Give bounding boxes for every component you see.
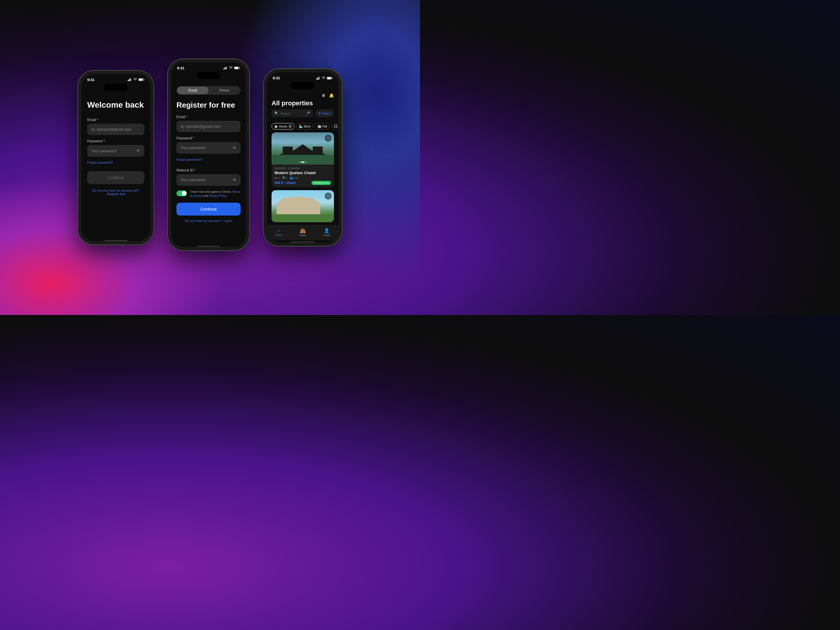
terms-row: I have read and agree to Versin, Terms o…: [177, 190, 241, 198]
register-link[interactable]: Register free: [107, 192, 126, 196]
status-bar-2: 9:41: [171, 62, 246, 72]
property-card-2[interactable]: ♡: [272, 190, 334, 222]
bath-icon: 🚿: [282, 177, 285, 179]
privacy-link[interactable]: Privacy Policy: [209, 194, 227, 197]
coming-soon-badge: Coming soon: [311, 181, 331, 185]
phone-register: 9:41: [168, 59, 249, 251]
nav-wallet[interactable]: 👜 Wallet: [291, 228, 315, 237]
tab-phone[interactable]: Phone: [208, 87, 240, 94]
category-store[interactable]: 🏪 Store: [296, 123, 313, 129]
svg-rect-5: [139, 79, 143, 81]
wallet-icon: 👜: [300, 228, 306, 233]
bottom-text-1: Do not you have an account yet? Register…: [87, 189, 144, 196]
email-label-1: Email *: [87, 118, 144, 122]
login-content: Welcome back Email * Ej: ejemplo@gmail.c…: [81, 93, 150, 239]
beds-count: 3: [278, 177, 279, 179]
profile-label: Profile: [323, 234, 330, 237]
house-remove-icon[interactable]: ×: [289, 125, 292, 128]
status-bar-1: 9:41: [81, 74, 150, 84]
bottom-nav: ⌂ Home 👜 Wallet 👤 Profile: [267, 225, 339, 240]
image-dots-1: [299, 162, 306, 163]
status-icons-2: [223, 66, 240, 69]
signal-icon: [128, 78, 132, 81]
properties-title: All properties: [272, 99, 334, 107]
tab-switcher: Email Phone: [177, 86, 241, 95]
status-time-2: 9:41: [177, 66, 184, 70]
password-label-1: Password *: [87, 139, 144, 143]
property-meta-1: 🛏 3 🚿 2 👥 <10: [275, 177, 331, 179]
baths-info: 🚿 2: [282, 177, 287, 179]
svg-rect-17: [319, 77, 319, 80]
svg-rect-21: [334, 125, 335, 126]
dot-2: [301, 162, 305, 163]
signal-icon-2: [223, 66, 227, 69]
wifi-icon: [133, 78, 137, 81]
email-placeholder-2: Ej: ejemplo@gmail.com: [180, 124, 237, 129]
svg-rect-15: [317, 78, 317, 80]
category-house[interactable]: 🏠 House ×: [272, 123, 295, 129]
search-row: 🔍 Search 🎤 ⚙ Filters: [272, 109, 334, 117]
status-icons-1: [128, 78, 144, 81]
referral-input[interactable]: Your password 👁: [177, 174, 241, 186]
svg-rect-2: [129, 79, 130, 81]
email-input-1[interactable]: Ej: ejemplo@gmail.com: [87, 124, 144, 135]
bottom-text-2: Do you have an account? Log in: [177, 219, 241, 223]
tab-email[interactable]: Email: [177, 87, 208, 94]
bell-icon[interactable]: 🔔: [329, 93, 334, 98]
terms-toggle[interactable]: [177, 191, 187, 196]
nav-home[interactable]: ⌂ Home: [267, 228, 291, 237]
forgot-link-1[interactable]: Forgot password?: [87, 161, 144, 164]
properties-content: ♛ 🔔 All properties 🔍 Search 🎤 ⚙ Filters: [267, 91, 339, 222]
filter-button[interactable]: ⚙ Filters: [315, 109, 334, 117]
grid-icon: [334, 125, 338, 128]
home-indicator-1: [104, 240, 128, 241]
crown-icon[interactable]: ♛: [322, 93, 325, 98]
dynamic-island-1: [104, 84, 128, 91]
register-title: Register for free: [177, 101, 241, 110]
password-input-1[interactable]: Your password 👁: [87, 145, 144, 156]
svg-rect-23: [334, 126, 335, 128]
eye-icon-2[interactable]: 👁: [232, 145, 237, 150]
svg-rect-6: [144, 79, 144, 80]
svg-rect-0: [128, 80, 128, 81]
register-content: Email Phone Register for free Email * Ej…: [171, 81, 246, 245]
property-price-row-1: 400 € / share Coming soon: [275, 181, 331, 185]
category-flat[interactable]: 🏢 Flat: [315, 123, 330, 129]
wifi-icon-2: [229, 66, 233, 69]
home-indicator-2: [197, 246, 220, 247]
continue-button-1[interactable]: Continue: [87, 171, 144, 184]
beds-info: 🛏 3: [275, 177, 279, 179]
flat-cat-icon: 🏢: [317, 125, 321, 128]
email-input-2[interactable]: Ej: ejemplo@gmail.com: [177, 121, 241, 132]
top-action-icons: ♛ 🔔: [272, 93, 334, 98]
filter-label: Filters: [322, 112, 331, 115]
store-cat-label: Store: [304, 125, 311, 128]
continue-button-2[interactable]: Continue: [177, 203, 241, 216]
svg-rect-20: [332, 77, 333, 79]
search-placeholder: Search: [280, 112, 291, 115]
category-more[interactable]: [332, 123, 339, 129]
property-price-1: 400 € / share: [275, 181, 295, 185]
battery-icon-3: [327, 77, 333, 80]
guests-count: <10: [294, 177, 298, 179]
search-box[interactable]: 🔍 Search 🎤: [272, 109, 313, 117]
eye-icon-3[interactable]: 👁: [232, 178, 237, 182]
property-card-1[interactable]: ♡ Quebec, Canada Modern Quebec Chalet 🛏 …: [272, 133, 334, 187]
baths-count: 2: [286, 177, 287, 179]
properties-header: ♛ 🔔 All properties 🔍 Search 🎤 ⚙ Filters: [267, 91, 339, 123]
profile-icon: 👤: [324, 228, 330, 233]
forgot-link-2[interactable]: Forgot password?: [177, 158, 241, 161]
svg-rect-13: [240, 68, 240, 68]
favorite-btn-2[interactable]: ♡: [325, 193, 332, 199]
home-icon: ⌂: [277, 228, 280, 233]
eye-icon-1[interactable]: 👁: [136, 148, 140, 153]
wifi-icon-3: [322, 77, 325, 80]
login-link[interactable]: Log in: [223, 219, 232, 223]
battery-icon-2: [234, 66, 240, 69]
password-placeholder-1: Your password: [91, 149, 136, 153]
favorite-btn-1[interactable]: ♡: [325, 135, 332, 142]
password-input-2[interactable]: Your password 👁: [177, 142, 241, 154]
svg-rect-12: [235, 67, 238, 69]
nav-profile[interactable]: 👤 Profile: [315, 228, 339, 237]
mic-icon[interactable]: 🎤: [306, 111, 310, 115]
